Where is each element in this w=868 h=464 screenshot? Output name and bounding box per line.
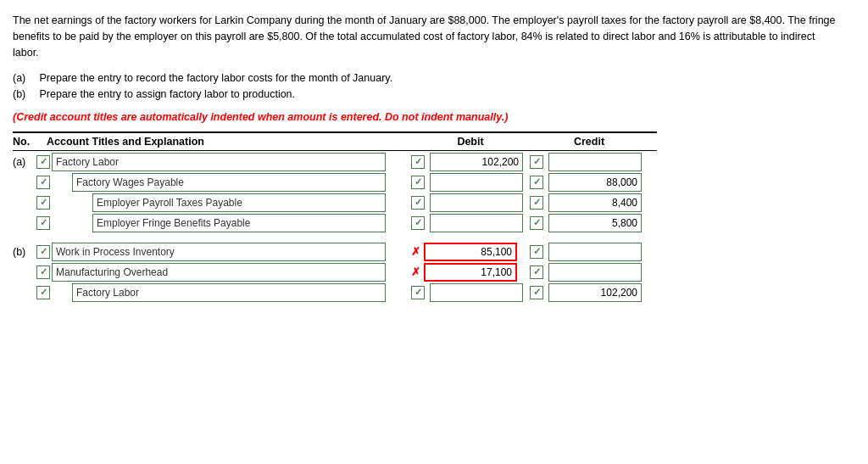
journal-table: No. Account Titles and Explanation Debit…	[13, 131, 657, 302]
credit-empty-b2	[548, 263, 642, 282]
credit-input-a3[interactable]	[548, 193, 642, 212]
check-credit-a4[interactable]: ✓	[530, 216, 543, 230]
check-credit-b2[interactable]: ✓	[530, 266, 543, 279]
debit-col-a1: ✓	[411, 153, 530, 171]
check-credit-b1[interactable]: ✓	[530, 245, 543, 259]
check-debit-a2[interactable]: ✓	[411, 176, 425, 189]
check-a3[interactable]: ✓	[36, 196, 50, 210]
check-credit-b3[interactable]: ✓	[530, 286, 543, 299]
check-b3[interactable]: ✓	[36, 286, 50, 299]
check-credit-a3[interactable]: ✓	[530, 196, 543, 210]
table-row: (a) ✓ ✓ ✓	[13, 153, 657, 171]
table-row: ✓ ✓ ✓	[13, 214, 657, 232]
credit-col-b2: ✓	[530, 263, 648, 282]
col-account-header: Account Titles and Explanation	[47, 136, 411, 148]
check-debit-a4[interactable]: ✓	[411, 216, 425, 230]
col-credit-header: Credit	[530, 136, 648, 148]
account-input-b2[interactable]	[52, 263, 386, 282]
check-credit-a1[interactable]: ✓	[530, 155, 543, 169]
credit-note: (Credit account titles are automatically…	[13, 111, 855, 123]
credit-input-a2[interactable]	[548, 173, 642, 192]
account-input-a2[interactable]	[72, 173, 386, 192]
x-mark-b2: ✗	[411, 266, 420, 278]
credit-col-b3: ✓	[530, 283, 648, 302]
entry-b-label: (b)	[13, 246, 36, 258]
table-row: (b) ✓ ✗ ✓	[13, 243, 657, 261]
check-b2[interactable]: ✓	[36, 266, 50, 279]
debit-empty-a2	[430, 173, 523, 192]
account-input-a1[interactable]	[52, 153, 386, 171]
credit-input-b3[interactable]	[548, 283, 642, 302]
table-row: ✓ ✓ ✓	[13, 283, 657, 302]
instruction-b: (b) Prepare the entry to assign factory …	[13, 87, 855, 103]
intro-text: The net earnings of the factory workers …	[13, 13, 843, 60]
check-a4[interactable]: ✓	[36, 216, 50, 230]
x-mark-b1: ✗	[411, 245, 420, 258]
check-a1[interactable]: ✓	[36, 155, 50, 169]
credit-empty-a1	[548, 153, 642, 171]
col-debit-header: Debit	[411, 136, 530, 148]
check-a2[interactable]: ✓	[36, 176, 50, 189]
account-input-b3[interactable]	[72, 283, 386, 302]
instruction-a: (a) Prepare the entry to record the fact…	[13, 70, 855, 87]
entry-a-label: (a)	[13, 156, 36, 168]
table-row: ✓ ✗ ✓	[13, 263, 657, 282]
account-input-a4[interactable]	[92, 214, 386, 232]
entry-a: (a) ✓ ✓ ✓ ✓ ✓	[13, 153, 657, 232]
debit-col-b1: ✗	[411, 243, 530, 261]
debit-col-a4: ✓	[411, 214, 530, 232]
check-credit-a2[interactable]: ✓	[530, 176, 543, 189]
credit-col-a4: ✓	[530, 214, 648, 232]
credit-col-a2: ✓	[530, 173, 648, 192]
debit-empty-b3	[430, 283, 523, 302]
debit-col-a3: ✓	[411, 193, 530, 212]
debit-empty-a3	[430, 193, 523, 212]
credit-input-a4[interactable]	[548, 214, 642, 232]
credit-empty-b1	[548, 243, 642, 261]
check-b1[interactable]: ✓	[36, 245, 50, 259]
debit-input-b1[interactable]	[424, 243, 517, 261]
account-input-b1[interactable]	[52, 243, 386, 261]
debit-input-a1[interactable]	[430, 153, 523, 171]
credit-col-a3: ✓	[530, 193, 648, 212]
check-debit-a1[interactable]: ✓	[411, 155, 425, 169]
debit-col-b3: ✓	[411, 283, 530, 302]
debit-input-b2[interactable]	[424, 263, 517, 282]
table-row: ✓ ✓ ✓	[13, 193, 657, 212]
credit-col-a1: ✓	[530, 153, 648, 171]
account-input-a3[interactable]	[92, 193, 386, 212]
check-debit-a3[interactable]: ✓	[411, 196, 425, 210]
table-row: ✓ ✓ ✓	[13, 173, 657, 192]
col-no-header: No.	[13, 136, 47, 148]
debit-col-a2: ✓	[411, 173, 530, 192]
table-header: No. Account Titles and Explanation Debit…	[13, 131, 657, 151]
check-debit-b3[interactable]: ✓	[411, 286, 425, 299]
entry-b: (b) ✓ ✗ ✓ ✓ ✗	[13, 243, 657, 302]
debit-empty-a4	[430, 214, 523, 232]
debit-col-b2: ✗	[411, 263, 530, 282]
credit-col-b1: ✓	[530, 243, 648, 261]
